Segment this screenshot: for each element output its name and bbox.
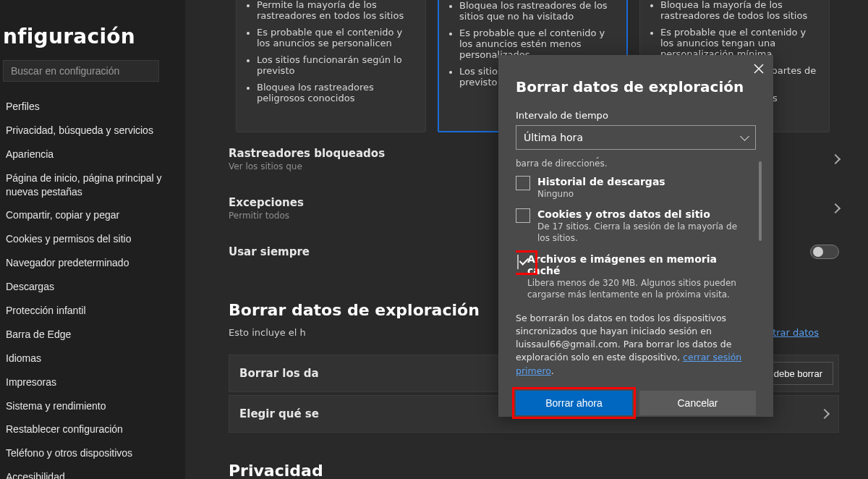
item-cookies[interactable]: Cookies y otros datos del sitio De 17 si… (516, 204, 762, 248)
item-desc: De 17 sitios. Cierra la sesión de la may… (537, 221, 749, 244)
close-icon (754, 64, 764, 74)
nav-languages[interactable]: Idiomas (0, 347, 185, 370)
checkbox[interactable] (517, 255, 519, 269)
settings-title: nfiguración (0, 7, 185, 60)
row-title: Borrar los da (239, 367, 319, 380)
section-clear-data-title: Borrar datos de exploración (229, 301, 480, 319)
cancel-button[interactable]: Cancelar (639, 391, 756, 415)
nav-edge-bar[interactable]: Barra de Edge (0, 323, 185, 347)
chevron-right-icon (830, 154, 841, 164)
item-cached-files[interactable]: Archivos e imágenes en memoria caché Lib… (516, 249, 762, 305)
nav-system[interactable]: Sistema y rendimiento (0, 394, 185, 418)
dialog-title: Borrar datos de exploración (498, 55, 773, 103)
time-range-select[interactable]: Última hora (516, 125, 756, 150)
row-title: Rastreadores bloqueados (229, 147, 385, 160)
settings-sidebar: nfiguración Perfiles Privacidad, búsqued… (0, 0, 185, 479)
time-range-label: Intervalo de tiempo (498, 103, 773, 125)
card-bullet: Bloquea los rastreadores de los sitios q… (449, 0, 616, 25)
toggle-switch[interactable] (810, 245, 839, 259)
row-subtitle: Permitir todos (229, 211, 304, 221)
desc-text: Esto incluye el h (229, 327, 306, 338)
chevron-down-icon (740, 132, 749, 141)
card-bullet: Los sitios funcionarán según lo previsto (247, 51, 415, 79)
tracking-card-basic[interactable]: Permite la mayoría de los rastreadores e… (236, 0, 426, 132)
time-range-value: Última hora (524, 132, 583, 143)
item-desc: Libera menos de 320 MB. Algunos sitios p… (527, 277, 749, 300)
row-title: Usar siempre (229, 245, 310, 258)
row-subtitle: Ver los sitios que (229, 161, 385, 171)
item-title: Cookies y otros datos del sitio (537, 208, 749, 220)
item-passwords[interactable]: Contraseñas (516, 305, 762, 306)
nav-downloads[interactable]: Descargas (0, 275, 185, 299)
nav-startpage[interactable]: Página de inicio, página principal y nue… (0, 166, 185, 204)
card-bullet: Bloquea los rastreadores peligrosos cono… (247, 79, 415, 106)
footer-text: . (551, 365, 554, 376)
card-bullet: Bloquea la mayoría de los rastreadores d… (650, 0, 819, 24)
item-download-history[interactable]: Historial de descargas Ninguno (516, 171, 762, 204)
section-privacy-title: Privacidad (229, 462, 323, 479)
dialog-footer-text: Se borrarán los datos en todos los dispo… (498, 306, 773, 378)
row-title: Elegir qué se (239, 407, 319, 420)
section-clear-data-desc: Esto incluye el h (229, 327, 306, 338)
nav-share[interactable]: Compartir, copiar y pegar (0, 203, 185, 227)
clear-data-dialog: Borrar datos de exploración Intervalo de… (498, 55, 773, 417)
nav-phone[interactable]: Teléfono y otros dispositivos (0, 441, 185, 465)
checkbox[interactable] (516, 208, 530, 223)
nav-profiles[interactable]: Perfiles (0, 95, 185, 119)
card-bullet: Es probable que el contenido y los anunc… (247, 24, 415, 51)
main-content: Permite la mayoría de los rastreadores e… (185, 0, 868, 479)
close-button[interactable] (749, 59, 769, 80)
nav-appearance[interactable]: Apariencia (0, 143, 185, 166)
item-title: Archivos e imágenes en memoria caché (527, 253, 749, 276)
nav-privacy[interactable]: Privacidad, búsqueda y servicios (0, 119, 185, 143)
chevron-right-icon (820, 409, 830, 419)
data-types-list: 2 elementos. Incluye finalizaciones auto… (516, 157, 762, 306)
nav-cookies[interactable]: Cookies y permisos del sitio (0, 227, 185, 251)
checkbox[interactable] (516, 176, 530, 190)
row-title: Excepciones (229, 196, 304, 209)
nav-family[interactable]: Protección infantil (0, 299, 185, 323)
settings-nav: Perfiles Privacidad, búsqueda y servicio… (0, 90, 185, 479)
truncated-desc: 2 elementos. Incluye finalizaciones auto… (516, 157, 762, 169)
nav-reset[interactable]: Restablecer configuración (0, 417, 185, 441)
card-bullet: Permite la mayoría de los rastreadores e… (247, 0, 415, 24)
item-title: Historial de descargas (537, 176, 665, 187)
clear-now-button[interactable]: Borrar ahora (516, 391, 632, 415)
item-desc: Ninguno (537, 188, 665, 200)
search-input[interactable] (3, 60, 159, 82)
nav-default-browser[interactable]: Navegador predeterminado (0, 251, 185, 275)
chevron-right-icon (830, 203, 841, 213)
nav-accessibility[interactable]: Accesibilidad (0, 465, 185, 479)
nav-printers[interactable]: Impresoras (0, 370, 185, 394)
